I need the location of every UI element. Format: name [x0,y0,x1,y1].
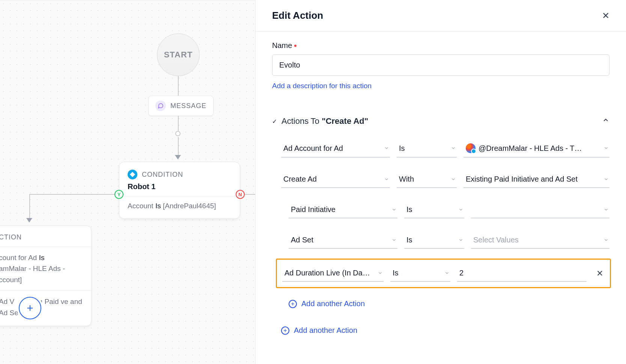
operator-select[interactable]: Is [397,140,457,158]
condition-node[interactable]: Y N CONDITION Robot 1 Account Is [AndreP… [119,162,240,219]
message-icon [155,101,166,111]
chevron-down-icon [444,269,450,277]
condition-icon [128,170,137,179]
field-ad-duration[interactable]: Ad Duration Live (In Da… [282,265,384,282]
field-create-ad[interactable]: Create Ad [281,171,390,188]
connector [178,114,179,131]
add-outer-action-link[interactable]: + Add another Action [272,326,609,335]
value-select[interactable]: Existing Paid Initiative and Ad Set [463,171,609,188]
connector [178,75,179,96]
action-line: amMalar - HLE Ads - ccount] [0,263,83,285]
connector [29,194,30,218]
chevron-down-icon [391,205,397,214]
workflow-canvas[interactable]: START MESSAGE Y N CONDITION Robot 1 Acco… [0,0,255,364]
name-field-label: Name [272,41,609,50]
check-icon: ✓ [272,118,277,125]
action-line: count for Ad Is [0,252,83,263]
chevron-down-icon [451,175,456,184]
chevron-down-icon [384,144,389,153]
arrow-down-icon [26,218,32,223]
start-node[interactable]: START [157,33,200,76]
name-input[interactable] [272,54,609,76]
edit-action-panel: Edit Action ✕ Name Add a description for… [255,0,626,364]
operator-select[interactable]: With [397,171,457,188]
value-input[interactable]: 2 [457,265,587,282]
branch-yes[interactable]: Y [114,190,123,199]
actions-section-header[interactable]: ✓ Actions To "Create Ad" [272,116,609,126]
plus-circle-icon: + [281,326,289,335]
collapse-icon[interactable] [602,116,609,126]
add-inner-action-link[interactable]: + Add another Action [272,299,609,308]
highlighted-row: Ad Duration Live (In Da… Is 2 ✕ [276,259,611,288]
account-avatar [466,143,476,153]
remove-row-button[interactable]: ✕ [596,265,605,282]
arrow-down-icon [175,155,181,159]
operator-select[interactable]: Is [404,232,464,249]
connector [245,194,255,195]
chevron-down-icon [458,236,463,244]
chevron-down-icon [458,205,463,214]
start-label: START [164,50,193,60]
add-description-link[interactable]: Add a description for this action [272,82,372,90]
chevron-down-icon [603,175,609,184]
branch-no[interactable]: N [236,190,245,199]
value-account-select[interactable]: @DreamMalar - HLE Ads - T… [463,140,609,158]
chevron-down-icon [603,144,609,153]
field-ad-account[interactable]: Ad Account for Ad [281,140,390,158]
connector-dot [175,131,181,136]
add-node-button[interactable]: + [19,297,41,319]
field-ad-set[interactable]: Ad Set [289,232,397,249]
action-type-label: CTION [0,233,83,241]
connector [29,194,115,195]
value-select[interactable]: Select Values [471,232,609,249]
chevron-down-icon [603,205,609,214]
operator-select[interactable]: Is [390,265,450,282]
condition-type-label: CONDITION [142,171,183,179]
chevron-down-icon [384,175,389,184]
chevron-down-icon [378,269,383,277]
plus-icon: + [27,302,33,314]
panel-title: Edit Action [272,10,323,21]
action-node[interactable]: CTION count for Ad Is amMalar - HLE Ads … [0,226,92,326]
close-icon[interactable]: ✕ [602,11,609,21]
message-node[interactable]: MESSAGE [148,96,214,116]
value-select[interactable] [471,202,609,218]
field-paid-initiative[interactable]: Paid Initiative [289,202,397,218]
operator-select[interactable]: Is [404,202,464,218]
message-label: MESSAGE [170,102,206,110]
required-indicator [294,45,296,47]
condition-title: Robot 1 [128,182,232,191]
chevron-down-icon [603,236,609,244]
condition-description: Account Is [AndrePaul4645] [128,202,232,210]
plus-circle-icon: + [289,300,297,308]
connector [178,137,179,155]
chevron-down-icon [451,144,456,153]
chevron-down-icon [391,236,397,244]
action-line: Ad V xisting Paid ve and Ad Set] [0,296,83,318]
